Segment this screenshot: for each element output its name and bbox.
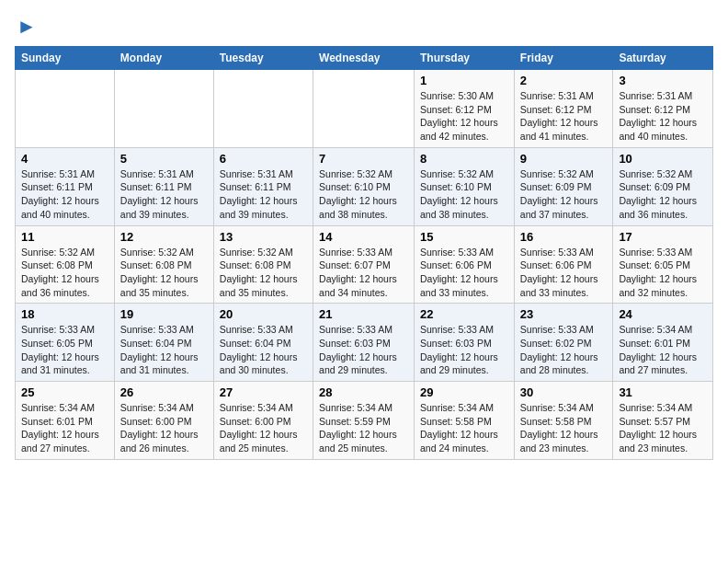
day-number: 4 xyxy=(21,152,108,166)
day-number: 12 xyxy=(120,230,208,244)
day-info: Sunrise: 5:34 AM Sunset: 5:58 PM Dayligh… xyxy=(520,401,608,455)
day-number: 15 xyxy=(420,230,508,244)
calendar-cell: 21Sunrise: 5:33 AM Sunset: 6:03 PM Dayli… xyxy=(313,304,415,382)
day-number: 16 xyxy=(520,230,608,244)
day-info: Sunrise: 5:33 AM Sunset: 6:06 PM Dayligh… xyxy=(520,246,608,300)
calendar-cell: 12Sunrise: 5:32 AM Sunset: 6:08 PM Dayli… xyxy=(114,225,213,304)
day-info: Sunrise: 5:34 AM Sunset: 6:00 PM Dayligh… xyxy=(120,401,208,455)
day-number: 2 xyxy=(520,74,608,87)
day-number: 9 xyxy=(520,152,608,166)
day-number: 7 xyxy=(319,152,408,166)
day-info: Sunrise: 5:30 AM Sunset: 6:12 PM Dayligh… xyxy=(420,89,508,144)
header-friday: Friday xyxy=(514,47,613,70)
day-number: 20 xyxy=(220,307,307,321)
day-info: Sunrise: 5:33 AM Sunset: 6:02 PM Dayligh… xyxy=(520,323,608,377)
calendar-table: SundayMondayTuesdayWednesdayThursdayFrid… xyxy=(15,46,713,460)
header-sunday: Sunday xyxy=(16,47,115,70)
header-tuesday: Tuesday xyxy=(213,47,313,70)
calendar-cell: 31Sunrise: 5:34 AM Sunset: 5:57 PM Dayli… xyxy=(613,382,713,460)
day-info: Sunrise: 5:31 AM Sunset: 6:12 PM Dayligh… xyxy=(619,89,707,144)
day-number: 26 xyxy=(120,385,208,399)
day-number: 6 xyxy=(220,152,307,166)
day-number: 5 xyxy=(120,152,208,166)
day-info: Sunrise: 5:32 AM Sunset: 6:10 PM Dayligh… xyxy=(319,167,408,222)
day-info: Sunrise: 5:34 AM Sunset: 6:00 PM Dayligh… xyxy=(220,401,307,455)
calendar-cell: 3Sunrise: 5:31 AM Sunset: 6:12 PM Daylig… xyxy=(613,70,713,148)
calendar-cell xyxy=(313,70,415,148)
calendar-cell: 19Sunrise: 5:33 AM Sunset: 6:04 PM Dayli… xyxy=(114,304,213,382)
day-info: Sunrise: 5:33 AM Sunset: 6:04 PM Dayligh… xyxy=(120,323,208,377)
header-saturday: Saturday xyxy=(613,47,713,70)
day-info: Sunrise: 5:34 AM Sunset: 5:59 PM Dayligh… xyxy=(319,401,408,455)
week-row-3: 11Sunrise: 5:32 AM Sunset: 6:08 PM Dayli… xyxy=(16,225,713,304)
calendar-body: 1Sunrise: 5:30 AM Sunset: 6:12 PM Daylig… xyxy=(16,70,713,460)
header-row: SundayMondayTuesdayWednesdayThursdayFrid… xyxy=(16,47,713,70)
calendar-cell: 5Sunrise: 5:31 AM Sunset: 6:11 PM Daylig… xyxy=(114,147,213,225)
day-number: 22 xyxy=(420,307,508,321)
day-number: 10 xyxy=(619,152,707,166)
calendar-cell: 26Sunrise: 5:34 AM Sunset: 6:00 PM Dayli… xyxy=(114,382,213,460)
day-info: Sunrise: 5:31 AM Sunset: 6:12 PM Dayligh… xyxy=(520,89,608,144)
calendar-cell: 11Sunrise: 5:32 AM Sunset: 6:08 PM Dayli… xyxy=(16,225,115,304)
day-number: 8 xyxy=(420,152,508,166)
calendar-cell: 1Sunrise: 5:30 AM Sunset: 6:12 PM Daylig… xyxy=(415,70,515,148)
calendar-cell: 22Sunrise: 5:33 AM Sunset: 6:03 PM Dayli… xyxy=(415,304,515,382)
logo: ► xyxy=(15,15,37,39)
calendar-cell: 24Sunrise: 5:34 AM Sunset: 6:01 PM Dayli… xyxy=(613,304,713,382)
day-number: 28 xyxy=(319,385,408,399)
calendar-cell: 8Sunrise: 5:32 AM Sunset: 6:10 PM Daylig… xyxy=(415,147,515,225)
calendar-cell: 4Sunrise: 5:31 AM Sunset: 6:11 PM Daylig… xyxy=(16,147,115,225)
header-monday: Monday xyxy=(114,47,213,70)
day-number: 29 xyxy=(420,385,508,399)
calendar-cell: 30Sunrise: 5:34 AM Sunset: 5:58 PM Dayli… xyxy=(514,382,613,460)
week-row-2: 4Sunrise: 5:31 AM Sunset: 6:11 PM Daylig… xyxy=(16,147,713,225)
calendar-cell: 17Sunrise: 5:33 AM Sunset: 6:05 PM Dayli… xyxy=(613,225,713,304)
calendar-cell: 25Sunrise: 5:34 AM Sunset: 6:01 PM Dayli… xyxy=(16,382,115,460)
calendar-cell xyxy=(114,70,213,148)
calendar-header: SundayMondayTuesdayWednesdayThursdayFrid… xyxy=(16,47,713,70)
day-number: 13 xyxy=(220,230,307,244)
calendar-cell: 28Sunrise: 5:34 AM Sunset: 5:59 PM Dayli… xyxy=(313,382,415,460)
calendar-cell: 15Sunrise: 5:33 AM Sunset: 6:06 PM Dayli… xyxy=(415,225,515,304)
day-info: Sunrise: 5:33 AM Sunset: 6:03 PM Dayligh… xyxy=(420,323,508,377)
day-number: 24 xyxy=(619,307,707,321)
day-info: Sunrise: 5:33 AM Sunset: 6:05 PM Dayligh… xyxy=(619,246,707,300)
week-row-5: 25Sunrise: 5:34 AM Sunset: 6:01 PM Dayli… xyxy=(16,382,713,460)
day-info: Sunrise: 5:32 AM Sunset: 6:08 PM Dayligh… xyxy=(21,246,108,300)
day-number: 18 xyxy=(21,307,108,321)
header-wednesday: Wednesday xyxy=(313,47,415,70)
day-number: 21 xyxy=(319,307,408,321)
week-row-1: 1Sunrise: 5:30 AM Sunset: 6:12 PM Daylig… xyxy=(16,70,713,148)
calendar-cell: 29Sunrise: 5:34 AM Sunset: 5:58 PM Dayli… xyxy=(415,382,515,460)
day-info: Sunrise: 5:32 AM Sunset: 6:08 PM Dayligh… xyxy=(120,246,208,300)
day-info: Sunrise: 5:32 AM Sunset: 6:10 PM Dayligh… xyxy=(420,167,508,222)
week-row-4: 18Sunrise: 5:33 AM Sunset: 6:05 PM Dayli… xyxy=(16,304,713,382)
day-number: 17 xyxy=(619,230,707,244)
day-info: Sunrise: 5:33 AM Sunset: 6:07 PM Dayligh… xyxy=(319,246,408,300)
day-number: 27 xyxy=(220,385,307,399)
day-info: Sunrise: 5:33 AM Sunset: 6:06 PM Dayligh… xyxy=(420,246,508,300)
calendar-cell: 7Sunrise: 5:32 AM Sunset: 6:10 PM Daylig… xyxy=(313,147,415,225)
day-info: Sunrise: 5:34 AM Sunset: 6:01 PM Dayligh… xyxy=(21,401,108,455)
day-info: Sunrise: 5:32 AM Sunset: 6:08 PM Dayligh… xyxy=(220,246,307,300)
calendar-cell xyxy=(213,70,313,148)
day-number: 23 xyxy=(520,307,608,321)
day-number: 31 xyxy=(619,385,707,399)
day-info: Sunrise: 5:31 AM Sunset: 6:11 PM Dayligh… xyxy=(220,167,307,222)
day-info: Sunrise: 5:31 AM Sunset: 6:11 PM Dayligh… xyxy=(120,167,208,222)
header-thursday: Thursday xyxy=(415,47,515,70)
day-number: 11 xyxy=(21,230,108,244)
day-info: Sunrise: 5:34 AM Sunset: 5:57 PM Dayligh… xyxy=(619,401,707,455)
day-info: Sunrise: 5:34 AM Sunset: 6:01 PM Dayligh… xyxy=(619,323,707,377)
calendar-cell: 6Sunrise: 5:31 AM Sunset: 6:11 PM Daylig… xyxy=(213,147,313,225)
day-info: Sunrise: 5:31 AM Sunset: 6:11 PM Dayligh… xyxy=(21,167,108,222)
logo-bird-icon: ► xyxy=(17,15,37,39)
calendar-cell: 9Sunrise: 5:32 AM Sunset: 6:09 PM Daylig… xyxy=(514,147,613,225)
day-number: 25 xyxy=(21,385,108,399)
calendar-cell: 20Sunrise: 5:33 AM Sunset: 6:04 PM Dayli… xyxy=(213,304,313,382)
day-number: 19 xyxy=(120,307,208,321)
calendar-cell: 27Sunrise: 5:34 AM Sunset: 6:00 PM Dayli… xyxy=(213,382,313,460)
day-info: Sunrise: 5:33 AM Sunset: 6:03 PM Dayligh… xyxy=(319,323,408,377)
day-number: 14 xyxy=(319,230,408,244)
calendar-cell xyxy=(16,70,115,148)
